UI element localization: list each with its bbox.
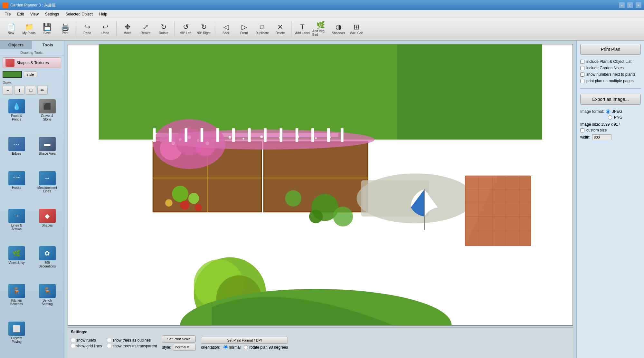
- orientation-rotate-radio[interactable]: [244, 345, 248, 349]
- width-input[interactable]: [592, 134, 611, 140]
- toolbar-btn-add-veg--bed[interactable]: 🌿Add Veg. Bed: [312, 19, 329, 39]
- menu-item-settings[interactable]: Settings: [42, 11, 62, 17]
- format-png-radio[interactable]: [608, 115, 612, 120]
- toolbar-icon: ↩: [102, 24, 108, 31]
- settings-col-4: Set Print Format / DPI orientation: norm…: [201, 337, 288, 350]
- trees-outlines-checkbox[interactable]: [107, 338, 111, 342]
- orientation-label: orientation:: [201, 345, 220, 350]
- sidebar-item-custom-paving[interactable]: ⬜ CustomPaving: [2, 320, 31, 357]
- show-grid-lines-label: show grid lines: [76, 344, 102, 348]
- sidebar-item-measurement-lines[interactable]: ↔ MeasurementLines: [33, 170, 62, 206]
- toolbar-btn-90--left[interactable]: ↺90° Left: [177, 19, 194, 39]
- tab-tools[interactable]: Tools: [32, 41, 64, 49]
- toolbar-btn-my-plans[interactable]: 📁My Plans: [21, 19, 37, 39]
- menu-item-help[interactable]: Help: [96, 11, 110, 17]
- draw-tool-rect[interactable]: □: [26, 86, 36, 95]
- bench-seating-icon: 🪑: [39, 284, 56, 298]
- right-panel: Print Plan include Plant & Object List i…: [576, 41, 644, 358]
- measurement-lines-icon: ↔: [39, 171, 56, 185]
- toolbar-btn-max--grid[interactable]: ⊞Max. Grid: [348, 19, 365, 39]
- include-plant-list-checkbox[interactable]: [580, 60, 584, 64]
- menu-item-file[interactable]: File: [1, 11, 14, 17]
- custom-size-row: custom size: [580, 128, 641, 132]
- toolbar-btn-front[interactable]: ▷Front: [236, 19, 252, 39]
- draw-tool-curve[interactable]: ): [14, 86, 24, 95]
- sidebar-item-shapes[interactable]: ◆ Shapes: [33, 208, 62, 244]
- svg-rect-59: [216, 128, 219, 142]
- sidebar-item-vines-ivy[interactable]: 🌿 Vines & Ivy: [2, 245, 31, 281]
- format-png-row: PNG: [580, 115, 641, 120]
- menu-item-selected-object[interactable]: Selected Object: [62, 11, 96, 17]
- settings-row: show rulers show grid lines show trees a…: [71, 335, 570, 351]
- sidebar-item-edges[interactable]: ··· Edges: [2, 136, 31, 169]
- toolbar-btn-back[interactable]: ◁Back: [218, 19, 234, 39]
- toolbar-btn-move[interactable]: ✥Move: [119, 19, 136, 39]
- toolbar-btn-print[interactable]: 🖨️Print: [57, 19, 73, 39]
- svg-rect-62: [264, 128, 266, 142]
- print-multiple-pages-checkbox[interactable]: [580, 79, 584, 83]
- show-rulers-checkbox[interactable]: [71, 338, 75, 342]
- toolbar-btn-save[interactable]: 💾Save: [39, 19, 55, 39]
- toolbar-btn-90--right[interactable]: ↻90° Right: [195, 19, 212, 39]
- draw-tool-free[interactable]: ✏: [37, 86, 48, 95]
- include-garden-notes-checkbox[interactable]: [580, 66, 584, 70]
- draw-label: Draw:: [3, 81, 61, 84]
- maximize-button[interactable]: □: [627, 2, 633, 8]
- menu-item-view[interactable]: View: [27, 11, 42, 17]
- shapes-obj-label: Shapes: [42, 224, 53, 227]
- export-as-image-button[interactable]: Export as Image...: [580, 94, 641, 105]
- custom-size-checkbox[interactable]: [580, 128, 584, 132]
- print-plan-button[interactable]: Print Plan: [580, 44, 641, 55]
- menu-item-edit[interactable]: Edit: [14, 11, 27, 17]
- color-swatch[interactable]: [3, 71, 22, 78]
- toolbar-icon: 📁: [25, 24, 33, 31]
- sidebar-item-decorations[interactable]: ✿ 899Decorations: [33, 245, 62, 281]
- svg-rect-61: [248, 128, 251, 142]
- svg-rect-56: [169, 128, 171, 142]
- orientation-row: orientation: normal rotate plan 90 degre…: [201, 345, 288, 350]
- garden-canvas: [68, 44, 573, 326]
- show-numbers-checkbox[interactable]: [580, 73, 584, 77]
- toolbar-btn-duplicate[interactable]: ⧉Duplicate: [254, 19, 270, 39]
- toolbar-btn-new[interactable]: 📄New: [3, 19, 19, 39]
- minimize-button[interactable]: −: [619, 2, 625, 8]
- orientation-normal-radio[interactable]: [223, 345, 228, 349]
- shapes-obj-icon: ◆: [39, 209, 56, 223]
- shapes-textures-button[interactable]: Shapes & Textures: [3, 57, 61, 68]
- shapes-icon: [5, 59, 14, 67]
- sidebar-item-shade-area[interactable]: ▬ Shade Area: [33, 136, 62, 169]
- tab-objects[interactable]: Objects: [0, 41, 32, 49]
- set-print-format-button[interactable]: Set Print Format / DPI: [201, 337, 288, 344]
- toolbar-icon: ⤢: [143, 24, 148, 31]
- toolbar-btn-rotate[interactable]: ↻Rotate: [155, 19, 172, 39]
- svg-point-13: [165, 199, 172, 206]
- toolbar-btn-shadows[interactable]: ◑Shadows: [330, 19, 347, 39]
- toolbar-btn-delete[interactable]: ✕Delete: [272, 19, 289, 39]
- toolbar-label: Rotate: [159, 31, 168, 35]
- menubar: FileEditViewSettingsSelected ObjectHelp: [0, 10, 644, 18]
- sidebar-item-kitchen-benches[interactable]: 🪑 KitchenBenches: [2, 283, 31, 319]
- sidebar-item-pools-ponds[interactable]: 💧 Pools &Ponds: [2, 98, 31, 134]
- sidebar-item-lines-arrows[interactable]: → Lines &Arrows: [2, 208, 31, 244]
- sidebar-item-gravel-stone[interactable]: ⬛ Gravel &Stone: [33, 98, 62, 134]
- show-grid-lines-checkbox[interactable]: [71, 344, 75, 348]
- style-button[interactable]: style: [24, 72, 37, 77]
- toolbar-btn-add-label[interactable]: TAdd Label: [294, 19, 311, 39]
- close-button[interactable]: ×: [636, 2, 641, 8]
- sidebar-item-bench-seating[interactable]: 🪑 BenchSeating: [33, 283, 62, 319]
- include-garden-notes-label: include Garden Notes: [586, 66, 624, 70]
- style-dropdown[interactable]: normal ▾: [173, 344, 196, 351]
- format-jpeg-radio[interactable]: [606, 110, 610, 114]
- draw-tools-row: ⌐ ) □ ✏: [3, 86, 61, 95]
- toolbar-btn-undo[interactable]: ↩Undo: [97, 19, 114, 39]
- decorations-icon: ✿: [39, 246, 56, 260]
- svg-point-49: [242, 138, 244, 140]
- trees-transparent-checkbox[interactable]: [107, 344, 111, 348]
- toolbar-btn-resize[interactable]: ⤢Resize: [137, 19, 154, 39]
- toolbar-icon: T: [300, 24, 304, 31]
- toolbar-icon: ✥: [125, 24, 130, 31]
- toolbar-btn-redo[interactable]: ↪Redo: [79, 19, 96, 39]
- draw-tool-corner[interactable]: ⌐: [3, 86, 13, 95]
- set-print-scale-button[interactable]: Set Print Scale: [162, 335, 196, 343]
- sidebar-item-hoses[interactable]: 〰 Hoses: [2, 170, 31, 206]
